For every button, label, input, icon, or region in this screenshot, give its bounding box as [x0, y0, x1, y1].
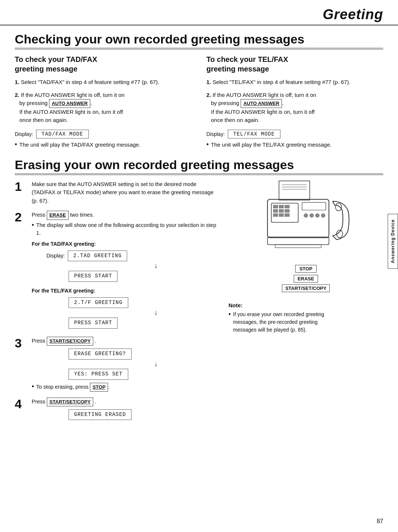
tel-steps: 1. Select "TEL/FAX" in step 4 of feature…	[206, 78, 383, 125]
tel-display-label: Display:	[206, 131, 225, 137]
yes-press-set-display: YES: PRESS SET	[69, 369, 128, 380]
tad-display-row: Display: TAD/FAX MODE	[15, 129, 192, 139]
auto-answer-key-tad: AUTO ANSWER	[49, 99, 90, 108]
tel-press-start-display: PRESS START	[69, 318, 118, 329]
erase-step1-content: Make sure that the AUTO ANSWER setting i…	[32, 180, 221, 205]
erase-key-step2: ERASE	[47, 211, 69, 220]
erasing-left: 1 Make sure that the AUTO ANSWER setting…	[15, 180, 221, 428]
tad-bullet: • The unit will play the TAD/FAX greetin…	[15, 141, 192, 149]
erase-step3-content: Press START/SET/COPY . ERASE GREETING? ↓…	[32, 337, 221, 392]
svg-point-16	[304, 214, 308, 217]
start-set-copy-key-step3: START/SET/COPY	[47, 337, 93, 346]
stop-erasing-bullet: • To stop erasing, press STOP.	[32, 383, 221, 392]
tel-display-value: TEL/FAX MODE	[228, 130, 280, 139]
start-set-copy-key-step4: START/SET/COPY	[47, 398, 93, 406]
erasing-right: STOP ERASE START/SET/COPY Note: • If you…	[228, 180, 383, 428]
erasing-two-col: 1 Make sure that the AUTO ANSWER setting…	[15, 180, 383, 428]
svg-point-17	[310, 214, 313, 217]
svg-rect-0	[279, 181, 310, 200]
fax-erase-key-label: ERASE	[294, 275, 318, 283]
tad-steps: 1. Select "TAD/FAX" in step 4 of feature…	[15, 78, 192, 125]
greeting-erased-display: GREETING ERASED	[69, 409, 132, 420]
stop-key: STOP	[90, 383, 108, 392]
fax-button-labels: STOP ERASE START/SET/COPY	[282, 265, 330, 291]
greeting-erased-sequence: GREETING ERASED	[46, 409, 221, 421]
page-number: 87	[377, 518, 383, 525]
tad-step2: 2. If the AUTO ANSWER light is off, turn…	[15, 91, 192, 125]
erase-step1: 1 Make sure that the AUTO ANSWER setting…	[15, 180, 221, 205]
svg-rect-11	[285, 209, 290, 212]
erase-step4: 4 Press START/SET/COPY . GREETING ERASED	[15, 398, 221, 423]
checking-two-col: To check your TAD/FAX greeting message 1…	[15, 55, 383, 149]
erase-greeting-arrow: ↓	[91, 361, 221, 368]
tad-display-label: Display:	[15, 131, 33, 137]
fax-start-key-label: START/SET/COPY	[282, 284, 330, 292]
svg-rect-10	[279, 209, 284, 212]
page-header: Greeting	[0, 0, 398, 25]
svg-rect-13	[279, 214, 284, 217]
svg-rect-8	[285, 205, 290, 208]
tad-display-value: TAD/FAX MODE	[36, 130, 89, 139]
tel-display-row: Display: TEL/FAX MODE	[206, 129, 383, 139]
erase-greeting-display: ERASE GREETING?	[69, 349, 132, 360]
for-tad-label: For the TAD/FAX greeting:	[32, 240, 221, 248]
erase-step2-bullet: • The display will show one of the follo…	[32, 221, 221, 238]
svg-rect-7	[279, 205, 284, 208]
note-bullet: • If you erase your own recorded greetin…	[228, 311, 324, 334]
fax-stop-key-label: STOP	[295, 265, 316, 273]
svg-rect-9	[273, 209, 278, 212]
tel-step1: 1. Select "TEL/FAX" in step 4 of feature…	[206, 78, 383, 87]
erase-step2-content: Press ERASE two times. • The display wil…	[32, 211, 221, 330]
svg-rect-23	[275, 245, 321, 248]
tad-fax-col: To check your TAD/FAX greeting message 1…	[15, 55, 192, 149]
tel-greeting-sequence: 2.T/F GREETING ↓ PRESS START	[46, 297, 221, 329]
svg-rect-6	[273, 205, 278, 208]
side-tab: Answering Device	[388, 214, 398, 269]
tel-fax-col: To check your TEL/FAX greeting message 1…	[206, 55, 383, 149]
tad-press-start-display: PRESS START	[69, 271, 118, 282]
erasing-section-title: Erasing your own recorded greeting messa…	[15, 158, 383, 175]
tel-arrow: ↓	[91, 309, 221, 316]
note-label: Note:	[228, 302, 324, 308]
erase-step4-content: Press START/SET/COPY . GREETING ERASED	[32, 398, 221, 423]
svg-rect-15	[302, 202, 326, 210]
svg-point-19	[321, 214, 325, 217]
tel-step2: 2. If the AUTO ANSWER light is off, turn…	[206, 91, 383, 125]
svg-rect-20	[268, 237, 329, 245]
tel-greeting-display: 2.T/F GREETING	[69, 297, 128, 308]
tad-greeting-sequence: Display: 2.TAD GREETING ↓ PRESS START	[46, 250, 221, 283]
svg-rect-12	[273, 214, 278, 217]
svg-point-21	[335, 203, 342, 211]
erase-step3: 3 Press START/SET/COPY . ERASE GREETING?…	[15, 337, 221, 392]
tad-fax-subtitle: To check your TAD/FAX greeting message	[15, 55, 192, 74]
tad-arrow: ↓	[91, 262, 221, 270]
for-tel-label: For the TEL/FAX greeting:	[32, 287, 221, 295]
tel-bullet: • The unit will play the TEL/FAX greetin…	[206, 141, 383, 149]
fax-machine-illustration	[254, 180, 357, 272]
tel-fax-subtitle: To check your TEL/FAX greeting message	[206, 55, 383, 74]
tad-greeting-display: 2.TAD GREETING	[68, 251, 128, 262]
tad-step1: 1. Select "TAD/FAX" in step 4 of feature…	[15, 78, 192, 87]
page-title: Greeting	[323, 7, 383, 22]
svg-point-18	[315, 214, 319, 217]
auto-answer-key-tel: AUTO ANSWER	[241, 99, 282, 108]
note-section: Note: • If you erase your own recorded g…	[228, 302, 324, 334]
erase-greeting-sequence: ERASE GREETING? ↓ YES: PRESS SET	[46, 348, 221, 381]
erase-step2: 2 Press ERASE two times. • The display w…	[15, 211, 221, 330]
checking-section-title: Checking your own recorded greeting mess…	[15, 32, 383, 49]
svg-rect-14	[285, 214, 290, 217]
